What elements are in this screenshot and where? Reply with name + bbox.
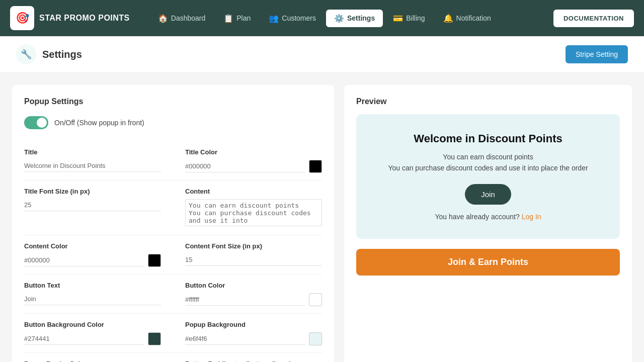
left-panel: Popup Settings On/Off (Show popup in fro… bbox=[12, 85, 334, 362]
preview-popup-content: You can earn discount points You can pur… bbox=[368, 151, 608, 174]
button-text-input[interactable] bbox=[24, 293, 161, 305]
page-title-area: 🔧 Settings bbox=[16, 44, 82, 64]
button-color-label: Button Color bbox=[185, 282, 322, 289]
content-label: Content bbox=[185, 188, 322, 195]
toggle-label: On/Off (Show popup in front) bbox=[54, 119, 144, 127]
content-color-swatch[interactable] bbox=[148, 254, 161, 267]
plan-icon: 📋 bbox=[223, 14, 233, 23]
nav-billing[interactable]: 💳 Billing bbox=[385, 10, 433, 27]
popup-border-field: Popup Border Color bbox=[24, 353, 173, 362]
toggle-row: On/Off (Show popup in front) bbox=[24, 116, 322, 129]
content-font-input[interactable] bbox=[185, 254, 322, 266]
popup-bg-swatch[interactable] bbox=[309, 332, 322, 345]
title-field: Title bbox=[24, 141, 173, 180]
content-field: Content You can earn discount points You… bbox=[173, 180, 322, 235]
title-font-field: Title Font Size (in px) bbox=[24, 180, 173, 235]
preview-popup: Welcome in Discount Points You can earn … bbox=[356, 114, 620, 239]
documentation-button[interactable]: DOCUMENTATION bbox=[553, 10, 634, 27]
nav-customers[interactable]: 👥 Customers bbox=[261, 10, 324, 27]
nav-notification-label: Notification bbox=[456, 14, 491, 22]
settings-icon: ⚙️ bbox=[334, 14, 344, 23]
title-color-label: Title Color bbox=[185, 148, 322, 156]
content-font-label: Content Font Size (in px) bbox=[185, 242, 322, 250]
nav-notification[interactable]: 🔔 Notification bbox=[435, 10, 499, 27]
logo-area: 🎯 STAR PROMO POINTS bbox=[10, 6, 130, 30]
nav-plan-label: Plan bbox=[236, 14, 251, 22]
button-padding-tb-label: Button Padding top/bottom (in px) bbox=[185, 360, 322, 362]
notification-icon: 🔔 bbox=[443, 14, 453, 23]
preview-login-link[interactable]: Log In bbox=[522, 213, 541, 221]
button-bg-input[interactable] bbox=[24, 333, 144, 345]
nav-plan[interactable]: 📋 Plan bbox=[215, 10, 259, 27]
join-earn-button[interactable]: Join & Earn Points bbox=[356, 249, 620, 276]
nav-dashboard[interactable]: 🏠 Dashboard bbox=[150, 10, 214, 27]
logo-text: STAR PROMO POINTS bbox=[39, 14, 130, 23]
button-color-row bbox=[185, 293, 322, 306]
content-textarea[interactable]: You can earn discount points You can pur… bbox=[185, 199, 322, 226]
nav-customers-label: Customers bbox=[282, 14, 316, 22]
billing-icon: 💳 bbox=[393, 14, 403, 23]
page-header: 🔧 Settings Stripe Setting bbox=[0, 36, 644, 73]
settings-form: Title Title Color Title Font Size (in px… bbox=[24, 141, 322, 362]
button-color-swatch[interactable] bbox=[309, 293, 322, 306]
button-padding-tb-field: Button Padding top/bottom (in px) bbox=[173, 353, 322, 362]
preview-title: Preview bbox=[356, 97, 620, 106]
preview-popup-title: Welcome in Discount Points bbox=[368, 132, 608, 145]
popup-toggle[interactable] bbox=[24, 116, 48, 129]
content-color-label: Content Color bbox=[24, 242, 161, 250]
nav-dashboard-label: Dashboard bbox=[171, 14, 206, 22]
preview-login-text: You have already account? Log In bbox=[368, 213, 608, 221]
nav-settings-label: Settings bbox=[347, 14, 375, 22]
title-color-row bbox=[185, 160, 322, 173]
popup-bg-field: Popup Background bbox=[173, 314, 322, 353]
button-color-field: Button Color bbox=[173, 275, 322, 314]
main-nav: 🏠 Dashboard 📋 Plan 👥 Customers ⚙️ Settin… bbox=[150, 10, 553, 27]
preview-join-button[interactable]: Join bbox=[465, 184, 511, 205]
content-color-input[interactable] bbox=[24, 254, 144, 266]
popup-bg-input[interactable] bbox=[185, 333, 305, 345]
app-header: 🎯 STAR PROMO POINTS 🏠 Dashboard 📋 Plan 👥… bbox=[0, 0, 644, 36]
logo-icon: 🎯 bbox=[10, 6, 34, 30]
nav-settings[interactable]: ⚙️ Settings bbox=[326, 10, 383, 27]
title-font-label: Title Font Size (in px) bbox=[24, 188, 161, 195]
button-bg-swatch[interactable] bbox=[148, 332, 161, 345]
popup-bg-row bbox=[185, 332, 322, 345]
wrench-icon: 🔧 bbox=[16, 44, 36, 64]
popup-border-label: Popup Border Color bbox=[24, 360, 161, 362]
title-color-input[interactable] bbox=[185, 160, 305, 172]
button-text-field: Button Text bbox=[24, 275, 173, 314]
right-panel: Preview Welcome in Discount Points You c… bbox=[344, 85, 632, 362]
popup-settings-title: Popup Settings bbox=[24, 97, 322, 106]
page-title: Settings bbox=[42, 49, 82, 60]
button-text-label: Button Text bbox=[24, 282, 161, 289]
stripe-setting-button[interactable]: Stripe Setting bbox=[566, 45, 628, 63]
title-label: Title bbox=[24, 148, 161, 156]
button-bg-row bbox=[24, 332, 161, 345]
title-color-field: Title Color bbox=[173, 141, 322, 180]
main-content: Popup Settings On/Off (Show popup in fro… bbox=[0, 73, 644, 362]
title-color-swatch[interactable] bbox=[309, 160, 322, 173]
popup-bg-label: Popup Background bbox=[185, 321, 322, 328]
customers-icon: 👥 bbox=[269, 14, 279, 23]
nav-billing-label: Billing bbox=[406, 14, 425, 22]
title-font-input[interactable] bbox=[24, 199, 161, 211]
content-font-field: Content Font Size (in px) bbox=[173, 235, 322, 275]
title-input[interactable] bbox=[24, 160, 161, 172]
content-color-row bbox=[24, 254, 161, 267]
button-color-input[interactable] bbox=[185, 294, 305, 306]
content-color-field: Content Color bbox=[24, 235, 173, 275]
button-bg-field: Button Background Color bbox=[24, 314, 173, 353]
button-bg-label: Button Background Color bbox=[24, 321, 161, 328]
dashboard-icon: 🏠 bbox=[158, 14, 168, 23]
